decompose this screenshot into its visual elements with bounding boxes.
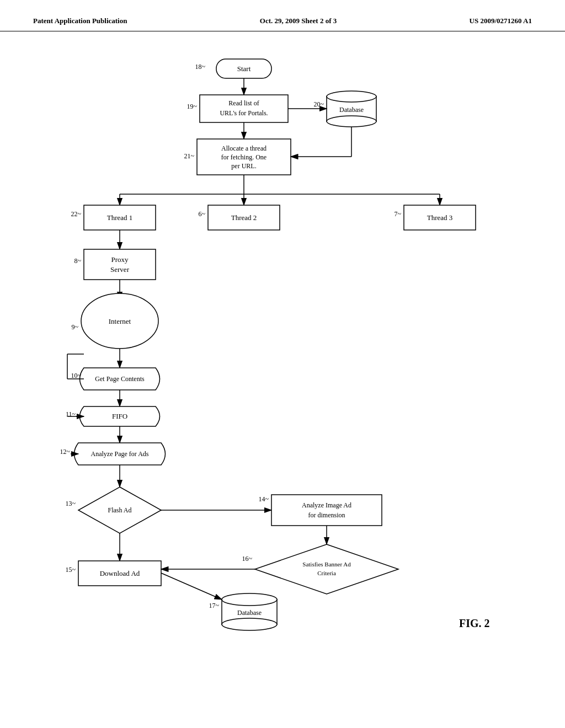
read-list-label1: Read list of bbox=[228, 99, 259, 107]
thread3-label: Thread 3 bbox=[427, 213, 453, 222]
database1-top bbox=[327, 91, 376, 102]
allocate-label1: Allocate a thread bbox=[221, 144, 266, 152]
satisfies-node bbox=[255, 544, 398, 594]
thread1-label: Thread 1 bbox=[107, 213, 133, 222]
analyze-img-label2: for dimension bbox=[308, 511, 345, 519]
allocate-label2: for fetching. One bbox=[221, 153, 266, 161]
satisfies-label2: Criteria bbox=[317, 570, 336, 576]
analyze-page-label: Analyze Page for Ads bbox=[91, 450, 149, 458]
flowchart-svg: Start 18~ Read list of URL's for Portals… bbox=[34, 42, 531, 704]
analyze-img-label1: Analyze Image Ad bbox=[302, 501, 351, 509]
node6-label: 6~ bbox=[199, 210, 206, 218]
node7-label: 7~ bbox=[395, 210, 402, 218]
page-header: Patent Application Publication Oct. 29, … bbox=[0, 0, 565, 31]
node10-label: 10~ bbox=[71, 372, 82, 379]
node15-label: 15~ bbox=[66, 566, 76, 574]
start-label: Start bbox=[237, 65, 251, 73]
proxy-label2: Server bbox=[110, 265, 130, 274]
database1-label: Database bbox=[339, 106, 364, 114]
database2-top bbox=[222, 593, 277, 606]
arrow-download-db2 bbox=[161, 573, 222, 599]
node19-label: 19~ bbox=[187, 103, 198, 110]
database1-bottom bbox=[327, 116, 376, 127]
node12-label: 12~ bbox=[60, 448, 71, 456]
analyze-img-node bbox=[271, 495, 382, 526]
database2-bottom bbox=[222, 618, 277, 630]
node16-label: 16~ bbox=[242, 555, 253, 563]
thread2-label: Thread 2 bbox=[231, 213, 257, 222]
proxy-label1: Proxy bbox=[111, 255, 129, 264]
node9-label: 9~ bbox=[72, 323, 79, 331]
node13-label: 13~ bbox=[66, 500, 76, 507]
fifo-label: FIFO bbox=[112, 412, 127, 420]
fig-label: FIG. 2 bbox=[459, 617, 490, 629]
get-page-label: Get Page Contents bbox=[95, 375, 145, 383]
flash-ad-label: Flash Ad bbox=[108, 506, 131, 514]
node11-label: 11~ bbox=[66, 410, 76, 418]
header-left: Patent Application Publication bbox=[33, 17, 127, 25]
node20-label: 20~ bbox=[314, 100, 324, 108]
proxy-node bbox=[84, 249, 156, 280]
node17-label: 17~ bbox=[209, 602, 220, 609]
node8-label: 8~ bbox=[74, 257, 82, 265]
node18-label: 18~ bbox=[195, 63, 206, 71]
download-ad-label: Download Ad bbox=[100, 569, 140, 577]
database2-label: Database bbox=[237, 609, 262, 617]
internet-label: Internet bbox=[109, 317, 131, 325]
satisfies-label1: Satisfies Banner Ad bbox=[302, 561, 351, 568]
header-right: US 2009/0271260 A1 bbox=[470, 17, 532, 25]
read-list-label2: URL's for Portals. bbox=[220, 109, 268, 117]
diagram-container: Start 18~ Read list of URL's for Portals… bbox=[0, 31, 565, 715]
node14-label: 14~ bbox=[259, 495, 269, 503]
node22-label: 22~ bbox=[71, 210, 82, 218]
node21-label: 21~ bbox=[184, 152, 195, 160]
allocate-label3: per URL. bbox=[231, 162, 256, 170]
header-center: Oct. 29, 2009 Sheet 2 of 3 bbox=[260, 17, 337, 25]
